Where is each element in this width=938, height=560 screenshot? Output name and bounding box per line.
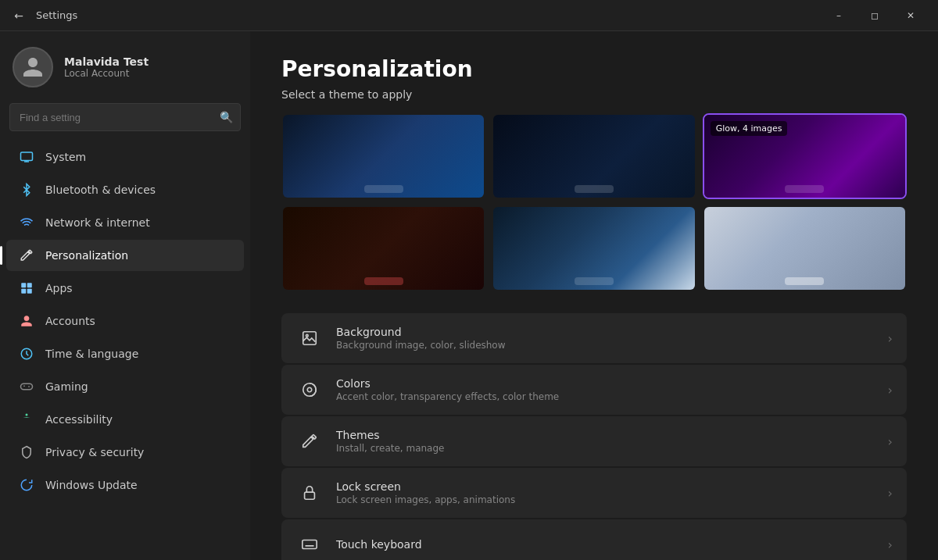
svg-rect-8: [303, 332, 317, 345]
sidebar-item-privacy[interactable]: Privacy & security: [6, 437, 244, 468]
sidebar-item-label-time: Time & language: [45, 348, 138, 360]
svg-rect-0: [21, 152, 33, 161]
personalization-icon: [19, 248, 34, 263]
theme-label-3: Glow, 4 images: [711, 121, 788, 136]
lockscreen-chevron: ›: [888, 486, 893, 501]
svg-rect-13: [303, 540, 317, 549]
lockscreen-title: Lock screen: [336, 480, 888, 493]
sidebar: Malavida Test Local Account 🔍 System Blu…: [0, 31, 250, 560]
themes-text: Themes Install, create, manage: [336, 429, 888, 454]
themes-title: Themes: [336, 429, 888, 441]
touchkeyboard-chevron: ›: [888, 537, 893, 552]
back-button[interactable]: ←: [9, 6, 28, 25]
svg-point-11: [307, 387, 312, 392]
theme-card-2[interactable]: [492, 113, 696, 199]
search-box: 🔍: [9, 103, 241, 131]
theme-card-1[interactable]: [281, 113, 485, 199]
sidebar-item-label-system: System: [45, 151, 86, 163]
page-title: Personalization: [281, 56, 907, 82]
settings-item-themes[interactable]: Themes Install, create, manage ›: [281, 416, 907, 466]
sidebar-item-apps[interactable]: Apps: [6, 273, 244, 304]
svg-point-7: [26, 414, 28, 416]
background-icon: [295, 324, 324, 352]
sidebar-item-accessibility[interactable]: Accessibility: [6, 404, 244, 435]
gaming-icon: [19, 379, 34, 394]
theme-card-5[interactable]: [492, 205, 696, 291]
background-title: Background: [336, 326, 888, 338]
svg-rect-2: [27, 283, 32, 287]
sidebar-item-system[interactable]: System: [6, 141, 244, 173]
maximize-button[interactable]: ◻: [857, 0, 893, 31]
touchkeyboard-icon: [295, 530, 324, 558]
theme-taskbar-2: [575, 185, 614, 193]
sidebar-item-label-privacy: Privacy & security: [45, 446, 144, 458]
user-subtitle: Local Account: [64, 68, 149, 79]
themes-icon: [295, 427, 324, 455]
settings-list: Background Background image, color, slid…: [281, 313, 907, 560]
time-icon: [19, 346, 34, 362]
sidebar-item-label-bluetooth: Bluetooth & devices: [45, 184, 156, 196]
theme-taskbar-3: [785, 185, 824, 193]
svg-rect-3: [21, 289, 26, 294]
touchkeyboard-title: Touch keyboard: [336, 538, 888, 551]
user-info: Malavida Test Local Account: [64, 55, 149, 79]
theme-grid: Glow, 4 images: [281, 113, 907, 291]
sidebar-item-label-network: Network & internet: [45, 216, 150, 229]
sidebar-item-label-update: Windows Update: [45, 479, 138, 491]
content-area: Personalization Select a theme to apply …: [250, 31, 938, 560]
title-bar: ← Settings – ◻ ✕: [0, 0, 938, 31]
accounts-icon: [19, 313, 34, 329]
background-chevron: ›: [888, 331, 893, 346]
svg-rect-12: [305, 492, 315, 499]
privacy-icon: [19, 444, 34, 460]
theme-taskbar-6: [785, 277, 824, 285]
theme-card-4[interactable]: [281, 205, 485, 291]
themes-chevron: ›: [888, 434, 893, 449]
sidebar-item-label-accessibility: Accessibility: [45, 413, 113, 426]
theme-section-label: Select a theme to apply: [281, 88, 907, 101]
settings-item-background[interactable]: Background Background image, color, slid…: [281, 313, 907, 363]
sidebar-item-network[interactable]: Network & internet: [6, 207, 244, 238]
colors-icon: [295, 376, 324, 404]
svg-rect-1: [21, 283, 26, 287]
touchkeyboard-text: Touch keyboard: [336, 538, 888, 551]
window-controls: – ◻ ✕: [821, 0, 929, 31]
svg-rect-6: [21, 383, 33, 390]
lockscreen-sub: Lock screen images, apps, animations: [336, 494, 888, 505]
theme-taskbar-4: [364, 277, 403, 285]
sidebar-item-time[interactable]: Time & language: [6, 338, 244, 369]
theme-card-3[interactable]: Glow, 4 images: [703, 113, 907, 199]
svg-rect-4: [27, 289, 32, 294]
user-icon: [21, 55, 45, 79]
app-title: Settings: [36, 9, 77, 21]
bluetooth-icon: [19, 182, 34, 198]
settings-item-colors[interactable]: Colors Accent color, transparency effect…: [281, 365, 907, 415]
accessibility-icon: [19, 412, 34, 427]
settings-item-touchkeyboard[interactable]: Touch keyboard ›: [281, 519, 907, 560]
colors-title: Colors: [336, 377, 888, 390]
lockscreen-text: Lock screen Lock screen images, apps, an…: [336, 480, 888, 505]
colors-chevron: ›: [888, 383, 893, 398]
theme-card-6[interactable]: [703, 205, 907, 291]
themes-sub: Install, create, manage: [336, 443, 888, 454]
sidebar-item-update[interactable]: Windows Update: [6, 469, 244, 501]
svg-point-9: [306, 334, 308, 337]
system-icon: [19, 149, 34, 165]
sidebar-item-accounts[interactable]: Accounts: [6, 305, 244, 337]
colors-sub: Accent color, transparency effects, colo…: [336, 391, 888, 402]
search-input[interactable]: [9, 103, 241, 131]
sidebar-item-gaming[interactable]: Gaming: [6, 371, 244, 402]
main-layout: Malavida Test Local Account 🔍 System Blu…: [0, 31, 938, 560]
background-text: Background Background image, color, slid…: [336, 326, 888, 351]
minimize-button[interactable]: –: [821, 0, 857, 31]
avatar: [13, 47, 53, 87]
sidebar-item-bluetooth[interactable]: Bluetooth & devices: [6, 174, 244, 205]
lockscreen-icon: [295, 479, 324, 507]
settings-item-lockscreen[interactable]: Lock screen Lock screen images, apps, an…: [281, 468, 907, 518]
theme-taskbar-5: [575, 277, 614, 285]
user-section: Malavida Test Local Account: [0, 31, 250, 100]
user-name: Malavida Test: [64, 55, 149, 68]
sidebar-item-label-gaming: Gaming: [45, 380, 88, 393]
sidebar-item-personalization[interactable]: Personalization: [6, 240, 244, 271]
close-button[interactable]: ✕: [893, 0, 929, 31]
